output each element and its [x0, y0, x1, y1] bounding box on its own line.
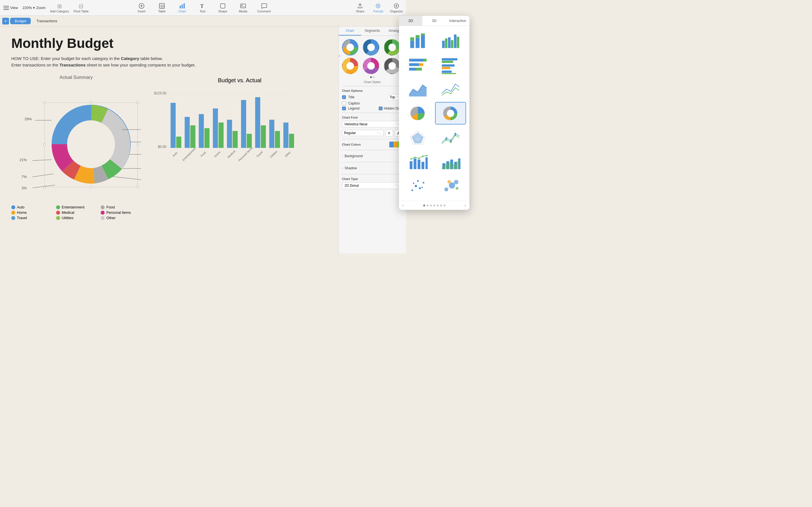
tab-chart[interactable]: Chart	[339, 26, 361, 36]
insert-label: Insert	[138, 10, 146, 13]
chart-label: Chart	[179, 10, 186, 13]
svg-rect-43	[185, 117, 190, 148]
svg-rect-55	[269, 120, 274, 148]
popup-tab-2d[interactable]: 2D	[399, 16, 406, 25]
comment-button[interactable]: Comment	[257, 3, 271, 13]
dot-1	[373, 76, 375, 78]
format-button[interactable]: Format	[372, 3, 384, 13]
legend-dot-home	[11, 211, 15, 215]
svg-rect-58	[289, 134, 294, 148]
caption-checkbox[interactable]	[342, 101, 346, 105]
legend-label: Legend	[348, 107, 359, 110]
legend-label-medical: Medical	[62, 210, 74, 215]
chart-type-mixed[interactable]	[402, 151, 406, 173]
style-gray[interactable]	[384, 58, 400, 74]
chart-type-bar-stacked[interactable]	[402, 29, 406, 52]
legend-dot-medical	[56, 211, 60, 215]
pct-label-8: 3%	[21, 186, 27, 190]
popup-tab-bar: 2D 3D Interactive	[399, 16, 406, 26]
shadow-expand-arrow: ›	[342, 167, 343, 170]
tab-segments[interactable]: Segments	[361, 26, 384, 36]
font-name-select[interactable]: Helvetica Neue ⌃⌄	[342, 121, 403, 128]
pivot-table-btn[interactable]: ⊟ Pivot Table	[73, 3, 89, 13]
svg-rect-56	[275, 131, 280, 148]
main-area: Monthly Budget HOW TO USE: Enter your bu…	[0, 26, 406, 253]
chart-styles-label: Chart Styles	[342, 80, 403, 83]
comment-label: Comment	[257, 10, 271, 13]
legend-auto: Auto	[11, 205, 52, 209]
toolbar: View 220% ▾ Zoom ⊞ Add Category ⊟ Pivot …	[0, 0, 406, 16]
zoom-control[interactable]: 220% ▾ Zoom	[22, 6, 45, 10]
shape-button[interactable]: Shape	[216, 3, 229, 13]
right-panel: Chart Segments Arrange ‹	[338, 26, 406, 253]
chart-type-pie[interactable]	[402, 102, 406, 124]
styles-prev-button[interactable]: ‹	[339, 53, 340, 58]
tab-budget[interactable]: Budget	[10, 18, 31, 24]
organize-button[interactable]: Organize	[390, 3, 403, 13]
text-button[interactable]: T Text	[196, 3, 209, 13]
svg-rect-51	[241, 100, 246, 148]
style-purple[interactable]	[363, 58, 379, 74]
add-sheet-button[interactable]: +	[2, 18, 9, 24]
font-style-select[interactable]: Regular ⌃⌄	[342, 130, 384, 136]
chart-type-select[interactable]: 2D Donut ⌃⌄	[342, 182, 403, 189]
svg-rect-57	[283, 122, 289, 148]
shadow-section[interactable]: › Shadow	[342, 165, 403, 172]
chart-area: Actual Summary	[11, 75, 327, 220]
table-button[interactable]: Table	[156, 3, 168, 13]
chart-type-scatter-2[interactable]	[402, 175, 406, 197]
svg-point-25	[137, 144, 139, 146]
insert-button[interactable]: Insert	[135, 3, 148, 13]
legend-dot-auto	[11, 205, 15, 209]
title-checkbox[interactable]: ✓	[342, 95, 346, 99]
popup-prev-btn[interactable]: ‹	[402, 203, 404, 208]
donut-title: Actual Summary	[11, 75, 141, 80]
svg-text:Travel: Travel	[256, 151, 263, 158]
chart-button[interactable]: Chart	[176, 3, 188, 13]
svg-rect-42	[176, 136, 181, 148]
style-green[interactable]	[384, 39, 400, 55]
svg-line-35	[33, 174, 54, 177]
legend-label-utilities: Utilities	[62, 216, 73, 220]
text-label: Text	[200, 10, 205, 13]
chart-type-area[interactable]	[402, 78, 406, 100]
legend-dot-entertainment	[56, 205, 60, 209]
legend-home: Home	[11, 210, 52, 215]
view-button[interactable]: View	[3, 6, 18, 10]
divider-1	[342, 86, 403, 86]
chart-type-radar[interactable]	[402, 126, 406, 149]
media-button[interactable]: Media	[237, 3, 249, 13]
style-blue[interactable]	[363, 39, 379, 55]
pct-label-6: 21%	[19, 158, 27, 162]
tab-transactions[interactable]: Transactions	[32, 18, 62, 24]
add-category-btn[interactable]: ⊞ Add Category	[50, 3, 69, 13]
chart-colors-label: Chart Colors	[342, 143, 361, 146]
title-label: Title	[348, 95, 354, 99]
svg-point-27	[90, 186, 92, 188]
hidden-data-checkbox[interactable]: ✓	[378, 107, 383, 110]
style-warm[interactable]	[342, 58, 358, 74]
svg-point-28	[137, 186, 139, 188]
legend-label-travel: Travel	[17, 216, 27, 220]
chart-styles-grid	[342, 39, 403, 74]
style-colorful-1[interactable]	[342, 39, 358, 55]
legend-label-other: Other	[106, 216, 116, 220]
background-expand-arrow: ›	[342, 155, 343, 158]
legend-checkbox[interactable]: ✓	[342, 107, 346, 110]
share-button[interactable]: Share	[354, 3, 366, 13]
legend-travel: Travel	[11, 216, 52, 220]
svg-line-33	[113, 177, 141, 180]
divider-5	[342, 162, 403, 162]
bar-chart-container: Budget vs. Actual $125.00 $0.00	[152, 75, 327, 220]
caption-option-row: Caption	[342, 101, 403, 105]
toolbar-left: View 220% ▾ Zoom ⊞ Add Category ⊟ Pivot …	[3, 3, 89, 13]
chart-type-hbar-stacked[interactable]	[402, 54, 406, 76]
background-section[interactable]: › Background	[342, 152, 403, 160]
svg-line-34	[33, 160, 52, 161]
font-size-smaller-btn[interactable]: A	[385, 129, 393, 136]
dot-0	[370, 76, 372, 78]
divider-3	[342, 139, 403, 139]
legend-entertainment: Entertainment	[56, 205, 96, 209]
donut-chart-container[interactable]: Actual Summary	[11, 75, 141, 220]
shadow-label: Shadow	[345, 166, 357, 170]
